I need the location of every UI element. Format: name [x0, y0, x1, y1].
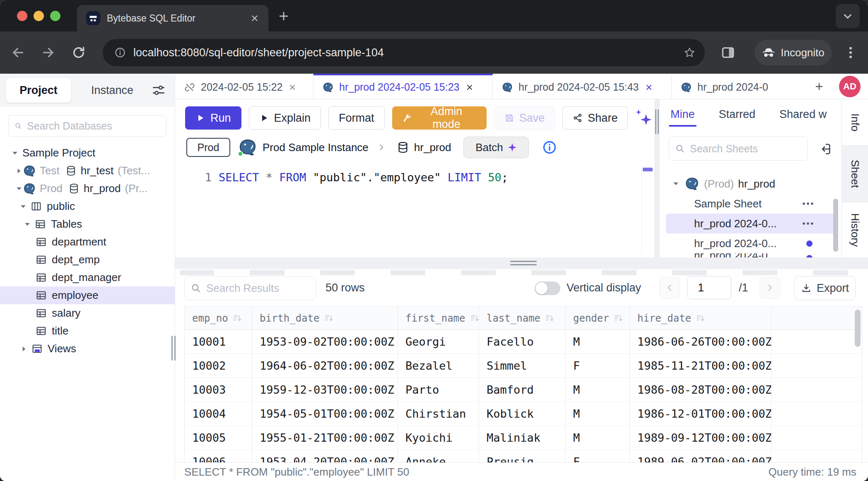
table-cell[interactable]: 10003 — [185, 378, 252, 402]
table-cell[interactable]: 1953-04-20T00:00:00Z — [252, 450, 398, 462]
results-search[interactable] — [184, 276, 316, 300]
table-cell[interactable]: 10005 — [185, 426, 252, 450]
table-cell[interactable]: 1989-09-12T00:00:00Z — [630, 426, 772, 450]
search-sheets-input[interactable] — [690, 143, 802, 155]
table-cell[interactable]: Chirstian — [398, 402, 479, 426]
column-header[interactable]: emp_no — [185, 307, 252, 329]
column-header[interactable]: birth_date — [252, 307, 398, 329]
instance-name[interactable]: Prod Sample Instance — [263, 141, 369, 154]
table-cell[interactable]: 10001 — [185, 330, 252, 354]
close-icon[interactable] — [288, 83, 297, 91]
sheet-item[interactable]: hr_prod 2024-0... — [666, 233, 836, 253]
forward-button[interactable] — [41, 45, 55, 60]
chevron-down-icon[interactable] — [672, 180, 680, 188]
site-info-icon[interactable] — [114, 47, 126, 58]
side-panel-icon[interactable] — [721, 45, 735, 60]
tree-node-table-dept-manager[interactable]: dept_manager — [0, 269, 175, 286]
table-cell[interactable]: Preusig — [479, 450, 566, 462]
table-cell[interactable]: 1986-08-28T00:00:00Z — [630, 378, 772, 402]
vertical-display-toggle[interactable] — [535, 281, 560, 295]
address-bar[interactable]: localhost:8080/sql-editor/sheet/project-… — [103, 39, 705, 66]
editor-tab-2-active[interactable]: hr_prod 2024-02-05 15:23 — [313, 74, 493, 99]
table-cell[interactable]: Koblick — [479, 402, 566, 426]
more-menu-icon[interactable] — [801, 216, 815, 231]
table-cell[interactable]: Bamford — [479, 378, 566, 402]
table-cell[interactable]: Facello — [479, 330, 566, 354]
ai-assistant-button[interactable] — [635, 108, 654, 128]
tree-node-table-employee[interactable]: employee — [0, 286, 175, 304]
database-name[interactable]: hr_prod — [414, 141, 451, 154]
sort-icon[interactable] — [545, 313, 555, 323]
browser-menu-icon[interactable] — [843, 45, 858, 60]
tab-info[interactable]: Info — [842, 99, 868, 146]
column-header[interactable]: hire_date — [630, 307, 772, 329]
column-header[interactable]: gender — [566, 307, 630, 329]
browser-tab[interactable]: Bytebase SQL Editor — [77, 5, 268, 31]
table-cell[interactable]: M — [566, 378, 630, 402]
tab-mine[interactable]: Mine — [670, 108, 695, 121]
share-button[interactable]: Share — [562, 106, 628, 130]
sort-icon[interactable] — [470, 313, 480, 323]
chevron-right-icon[interactable] — [20, 345, 28, 353]
sheet-item-clipped[interactable]: hr_prod 2024-0 — [666, 253, 836, 257]
table-cell[interactable]: 1953-09-02T00:00:00Z — [252, 330, 398, 354]
new-tab-button[interactable] — [277, 9, 291, 23]
tab-starred[interactable]: Starred — [719, 108, 756, 121]
admin-mode-button[interactable]: Admin mode — [392, 106, 487, 130]
tab-search-button[interactable] — [836, 4, 860, 28]
close-icon[interactable] — [645, 83, 653, 91]
chevron-down-icon[interactable] — [11, 149, 19, 157]
bookmark-star-icon[interactable] — [683, 46, 696, 59]
table-cell[interactable]: Kyoichi — [398, 426, 479, 450]
sort-icon[interactable] — [613, 313, 623, 323]
reload-button[interactable] — [71, 45, 86, 60]
zoom-window-button[interactable] — [50, 11, 60, 21]
table-cell[interactable]: 1985-11-21T00:00:00Z — [630, 354, 772, 378]
column-header[interactable]: first_name — [398, 307, 479, 329]
table-cell[interactable]: Maliniak — [479, 426, 566, 450]
tab-shared[interactable]: Shared w — [779, 108, 827, 121]
column-header[interactable]: last_name — [479, 307, 566, 329]
table-cell[interactable]: 10006 — [185, 450, 252, 462]
tab-history[interactable]: History — [842, 202, 868, 257]
sort-icon[interactable] — [324, 313, 334, 323]
tab-instance[interactable]: Instance — [91, 84, 133, 97]
tree-node-table-title[interactable]: title — [0, 322, 175, 340]
prev-page-button[interactable] — [659, 277, 680, 298]
close-window-button[interactable] — [17, 11, 27, 21]
panel-resize-handle[interactable] — [655, 109, 659, 134]
table-cell[interactable]: M — [566, 330, 630, 354]
page-number-input[interactable] — [687, 276, 731, 299]
table-cell[interactable]: Simmel — [479, 354, 566, 378]
code-line[interactable]: 1 SELECT * FROM "public"."employee" LIMI… — [175, 165, 654, 186]
editor-tab-1[interactable]: 2024-02-05 15:22 — [175, 74, 313, 99]
sheet-group-hr-prod[interactable]: (Prod) hr_prod — [666, 174, 836, 194]
minimize-window-button[interactable] — [34, 11, 44, 21]
next-page-button[interactable] — [760, 277, 780, 298]
table-cell[interactable]: 1989-06-02T00:00:00Z — [630, 450, 772, 462]
add-sheet-tab-button[interactable] — [808, 74, 830, 99]
run-button[interactable]: Run — [185, 106, 241, 130]
table-cell[interactable]: F — [566, 354, 630, 378]
results-resize-bar[interactable] — [175, 257, 868, 269]
table-cell[interactable]: M — [566, 402, 630, 426]
batch-button[interactable]: Batch — [463, 137, 529, 158]
tree-node-table-dept-emp[interactable]: dept_emp — [0, 251, 175, 269]
editor-tab-4[interactable]: hr_prod 2024-0 — [672, 74, 808, 99]
tree-node-table-department[interactable]: department — [0, 233, 175, 251]
tree-node-schema-public[interactable]: public — [0, 197, 175, 215]
table-cell[interactable]: 1959-12-03T00:00:00Z — [252, 378, 398, 402]
chevron-down-icon[interactable] — [23, 220, 31, 228]
tab-sheet[interactable]: Sheet — [842, 146, 868, 202]
back-button[interactable] — [11, 45, 26, 60]
chevron-down-icon[interactable] — [15, 185, 23, 193]
tree-node-views[interactable]: Views — [0, 340, 175, 358]
close-tab-icon[interactable] — [250, 14, 259, 23]
table-cell[interactable]: 1955-01-21T00:00:00Z — [252, 426, 398, 450]
table-cell[interactable]: F — [566, 450, 630, 462]
table-cell[interactable]: 1986-06-26T00:00:00Z — [630, 330, 772, 354]
sort-icon[interactable] — [232, 313, 242, 323]
table-cell[interactable]: Georgi — [398, 330, 479, 354]
sheet-item-selected[interactable]: hr_prod 2024-0... — [666, 214, 836, 233]
sheets-scrollbar[interactable] — [833, 199, 838, 252]
